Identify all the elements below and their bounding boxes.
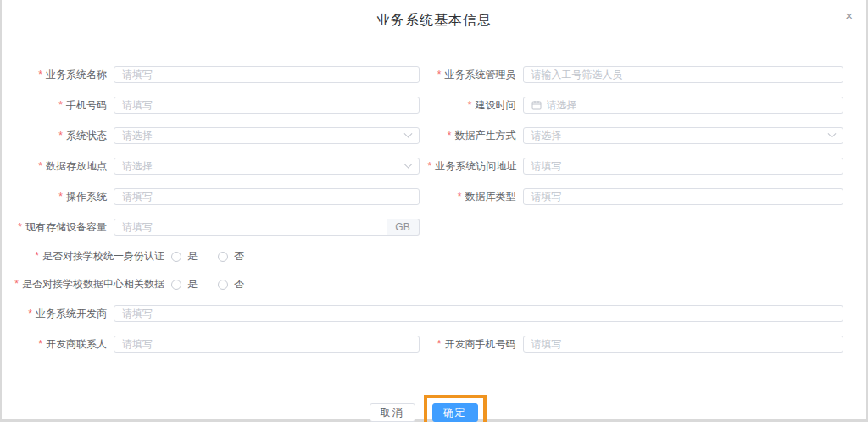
developer-input[interactable] [114, 305, 843, 322]
radio-label: 是 [187, 277, 198, 292]
data-center-yes-radio[interactable]: 是 [171, 277, 198, 292]
dialog-header: 业务系统基本信息 × [2, 0, 866, 39]
field-label-text: 业务系统管理员 [445, 69, 516, 81]
chevron-down-icon [828, 129, 837, 137]
unit-addon: GB [387, 219, 420, 236]
field-system-admin: *业务系统管理员 [428, 66, 844, 83]
form-row: *是否对接学校统一身份认证 是 否 [12, 249, 843, 264]
field-data-generation: *数据产生方式 请选择 [428, 127, 844, 144]
select-placeholder: 请选择 [122, 159, 153, 174]
field-mobile: *手机号码 [12, 97, 428, 114]
field-storage-capacity: *现有存储设备容量 GB [12, 219, 428, 236]
chevron-down-icon [403, 159, 412, 168]
field-label-text: 是否对接学校统一身份认证 [42, 250, 164, 262]
form-row: *系统状态 请选择 *数据产生方式 请选择 [12, 127, 843, 144]
mobile-input[interactable] [114, 97, 420, 114]
field-system-name: *业务系统名称 [12, 66, 428, 83]
required-marker: * [35, 250, 39, 262]
required-marker: * [428, 160, 432, 172]
field-label-text: 现有存储设备容量 [25, 221, 107, 233]
sso-auth-no-radio[interactable]: 否 [218, 249, 244, 264]
field-label-text: 业务系统开发商 [36, 308, 107, 319]
business-system-dialog: 业务系统基本信息 × *业务系统名称 *业务系统管理员 *手机号码 *建设时间 [2, 0, 866, 419]
developer-contact-input[interactable] [114, 336, 420, 353]
field-label-text: 数据库类型 [465, 191, 516, 203]
field-access-address: *业务系统访问地址 [428, 158, 844, 175]
field-label-text: 系统状态 [66, 130, 107, 142]
calendar-icon [531, 100, 542, 110]
build-time-datepicker[interactable]: 请选择 [523, 97, 844, 114]
operating-system-input[interactable] [114, 188, 420, 205]
field-label-text: 数据产生方式 [455, 130, 516, 142]
field-operating-system: *操作系统 [12, 188, 428, 205]
developer-mobile-input[interactable] [523, 336, 844, 353]
form-row: *是否对接学校数据中心相关数据 是 否 [12, 277, 843, 292]
close-icon[interactable]: × [845, 9, 853, 22]
annotation-highlight-box: 确定 [424, 395, 487, 422]
storage-capacity-group: GB [114, 219, 420, 236]
form-row: *数据存放地点 请选择 *业务系统访问地址 [12, 158, 843, 175]
field-label-text: 建设时间 [476, 99, 516, 111]
required-marker: * [468, 99, 472, 111]
field-label-text: 开发商联系人 [46, 338, 107, 350]
required-marker: * [38, 338, 42, 350]
required-marker: * [38, 69, 42, 81]
form-row: *业务系统名称 *业务系统管理员 [12, 66, 843, 83]
system-status-select[interactable]: 请选择 [114, 127, 420, 144]
field-developer-contact: *开发商联系人 [12, 336, 428, 353]
data-center-no-radio[interactable]: 否 [218, 277, 244, 292]
field-label: *开发商联系人 [12, 337, 114, 352]
field-system-status: *系统状态 请选择 [12, 127, 428, 144]
sso-auth-yes-radio[interactable]: 是 [171, 249, 198, 264]
required-marker: * [58, 99, 63, 111]
radio-label: 否 [234, 277, 244, 292]
datepicker-placeholder: 请选择 [547, 98, 577, 113]
system-admin-input[interactable] [523, 66, 844, 83]
radio-circle-icon [218, 252, 228, 262]
required-marker: * [437, 338, 442, 350]
field-label: *业务系统管理员 [428, 68, 523, 82]
field-label: *是否对接学校统一身份认证 [12, 249, 171, 264]
field-label: *业务系统开发商 [12, 307, 114, 321]
data-generation-select[interactable]: 请选择 [523, 127, 844, 144]
field-label-text: 数据存放地点 [46, 160, 107, 172]
select-placeholder: 请选择 [122, 129, 153, 143]
required-marker: * [437, 69, 442, 81]
data-location-select[interactable]: 请选择 [114, 158, 420, 175]
radio-circle-icon [171, 280, 181, 290]
storage-capacity-input[interactable] [114, 219, 387, 236]
field-label: *操作系统 [12, 190, 114, 204]
form-row: *现有存储设备容量 GB [12, 219, 843, 236]
field-label-text: 是否对接学校数据中心相关数据 [22, 278, 164, 290]
radio-circle-icon [171, 252, 181, 262]
radio-label: 否 [234, 249, 244, 264]
access-address-input[interactable] [523, 158, 844, 175]
select-placeholder: 请选择 [531, 129, 562, 143]
cancel-button[interactable]: 取消 [370, 403, 415, 422]
field-label: *数据存放地点 [12, 159, 114, 174]
field-label: *现有存储设备容量 [12, 220, 114, 235]
required-marker: * [14, 278, 19, 290]
form-row: *业务系统开发商 [12, 305, 843, 322]
database-type-input[interactable] [523, 188, 844, 205]
field-label: *系统状态 [12, 129, 114, 143]
confirm-button[interactable]: 确定 [432, 403, 478, 422]
field-label-text: 业务系统访问地址 [435, 160, 516, 172]
required-marker: * [38, 160, 42, 172]
required-marker: * [458, 191, 462, 203]
form-row: *手机号码 *建设时间 请选择 [12, 97, 843, 114]
field-data-location: *数据存放地点 请选择 [12, 158, 428, 175]
chevron-down-icon [403, 129, 412, 137]
field-label: *业务系统名称 [12, 68, 114, 82]
field-label-text: 开发商手机号码 [445, 338, 516, 350]
dialog-footer: 取消 确定 [12, 395, 843, 422]
field-label-text: 手机号码 [66, 99, 107, 111]
form-row: *操作系统 *数据库类型 [12, 188, 843, 205]
required-marker: * [448, 130, 452, 142]
system-name-input[interactable] [114, 66, 420, 83]
required-marker: * [58, 191, 63, 203]
field-developer-mobile: *开发商手机号码 [428, 336, 844, 353]
required-marker: * [28, 308, 32, 319]
field-label-text: 操作系统 [66, 191, 107, 203]
dialog-title: 业务系统基本信息 [2, 0, 866, 30]
